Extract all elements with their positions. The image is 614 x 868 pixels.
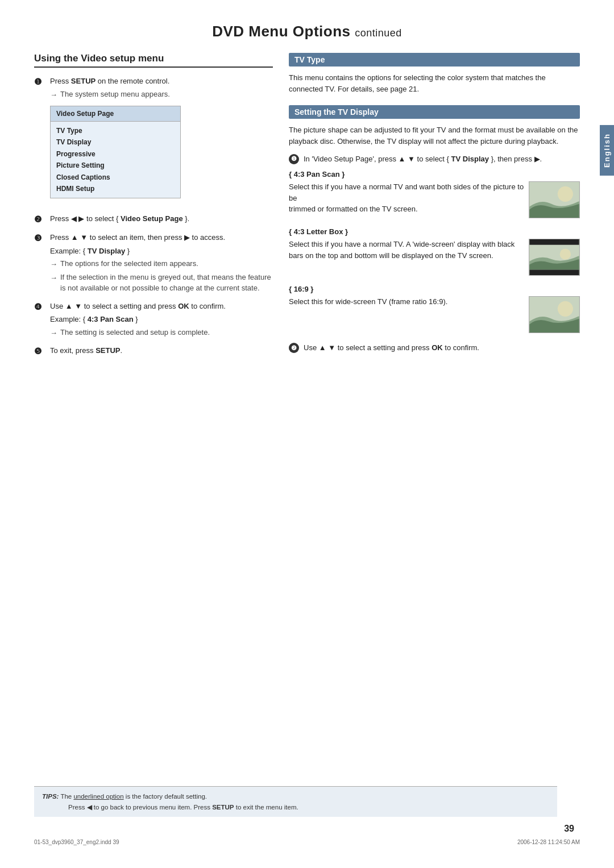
img-16-9: [529, 296, 580, 333]
option-16-9-text: Select this for wide-screen TV (frame ra…: [289, 296, 524, 308]
title-main: DVD Menu Options: [212, 23, 350, 40]
setting-tv-display-heading: Setting the TV Display: [289, 105, 580, 119]
option-pan-scan-text: Select this if you have a normal TV and …: [289, 181, 524, 215]
left-section-heading: Using the Video setup menu: [34, 53, 273, 68]
step-4-content: Use ▲ ▼ to select a setting and press OK…: [50, 301, 273, 339]
step-1-text: Press SETUP on the remote control.: [50, 76, 273, 87]
svg-point-5: [560, 249, 571, 260]
step-3-content: Press ▲ ▼ to select an item, then press …: [50, 232, 273, 294]
option-letter-box-label: { 4:3 Letter Box }: [289, 227, 580, 236]
tips-label: TIPS:: [42, 793, 59, 800]
step-1-num: ❶: [34, 76, 45, 88]
svg-point-1: [558, 186, 573, 202]
svg-rect-3: [529, 239, 579, 245]
setting-tv-display-intro: The picture shape can be adjusted to fit…: [289, 124, 580, 147]
tv-type-heading: TV Type: [289, 53, 580, 67]
option-16-9-content: Select this for wide-screen TV (frame ra…: [289, 296, 580, 333]
table-item-3: Progressive: [56, 148, 175, 160]
right-steps-list-2: ❷ Use ▲ ▼ to select a setting and press …: [289, 342, 580, 354]
option-16-9-label: { 16:9 }: [289, 285, 580, 293]
option-letter-box-content: Select this if you have a normal TV. A '…: [289, 239, 580, 276]
option-letter-box: { 4:3 Letter Box } Select this if you ha…: [289, 227, 580, 276]
step-2-num: ❷: [34, 213, 45, 225]
file-right: 2006-12-28 11:24:50 AM: [517, 839, 580, 845]
step-2: ❷ Press ◀ ▶ to select { Video Setup Page…: [34, 213, 273, 225]
option-pan-scan-label: { 4:3 Pan Scan }: [289, 170, 580, 178]
step-1-arrow: → The system setup menu appears.: [50, 89, 273, 101]
step-4: ❹ Use ▲ ▼ to select a setting and press …: [34, 301, 273, 339]
title-continued: continued: [355, 27, 402, 39]
step-4-num: ❹: [34, 301, 45, 313]
page-number: 39: [564, 824, 574, 834]
step-2-content: Press ◀ ▶ to select { Video Setup Page }…: [50, 213, 273, 225]
option-16-9: { 16:9 } Select this for wide-screen TV …: [289, 285, 580, 333]
table-item-1: TV Type: [56, 125, 175, 136]
option-pan-scan-content: Select this if you have a normal TV and …: [289, 181, 580, 218]
right-step-1-text: In 'Video Setup Page', press ▲ ▼ to sele…: [304, 153, 542, 165]
main-content: Using the Video setup menu ❶ Press SETUP…: [34, 53, 580, 364]
step-1: ❶ Press SETUP on the remote control. → T…: [34, 76, 273, 206]
table-item-4: Picture Setting: [56, 160, 175, 171]
tips-line1: The underlined option is the factory def…: [60, 793, 207, 800]
step-4-text: Use ▲ ▼ to select a setting and press OK…: [50, 301, 273, 312]
table-header: Video Setup Page: [51, 106, 180, 122]
table-body: TV Type TV Display Progressive Picture S…: [51, 122, 180, 198]
step-4-arrow: → The setting is selected and setup is c…: [50, 327, 273, 339]
option-letter-box-text: Select this if you have a normal TV. A '…: [289, 239, 524, 261]
english-tab: English: [600, 125, 614, 176]
steps-list: ❶ Press SETUP on the remote control. → T…: [34, 76, 273, 357]
step-3-arrow-1-text: The options for the selected item appear…: [60, 258, 198, 269]
step-5: ❺ To exit, press SETUP.: [34, 345, 273, 357]
right-column: TV Type This menu contains the options f…: [289, 53, 580, 359]
file-left: 01-53_dvp3960_37_eng2.indd 39: [34, 839, 119, 845]
step-4-arrow-text: The setting is selected and setup is com…: [60, 327, 210, 338]
letter-box-image: [529, 239, 580, 276]
page-wrapper: English DVD Menu Options continued Using…: [0, 0, 614, 868]
svg-rect-4: [529, 269, 579, 275]
page-title: DVD Menu Options continued: [34, 23, 580, 40]
step-3-example: Example: { TV Display }: [50, 246, 273, 257]
option-pan-scan: { 4:3 Pan Scan } Select this if you have…: [289, 170, 580, 218]
table-item-2: TV Display: [56, 136, 175, 148]
step-1-content: Press SETUP on the remote control. → The…: [50, 76, 273, 206]
step-2-text: Press ◀ ▶ to select { Video Setup Page }…: [50, 214, 189, 223]
step-3-text: Press ▲ ▼ to select an item, then press …: [50, 232, 273, 243]
table-item-5: Closed Captions: [56, 172, 175, 183]
table-item-6: HDMI Setup: [56, 183, 175, 194]
right-step-2: ❷ Use ▲ ▼ to select a setting and press …: [289, 342, 580, 354]
step-3-arrow-2: → If the selection in the menu is greyed…: [50, 272, 273, 294]
right-steps-list: ❶ In 'Video Setup Page', press ▲ ▼ to se…: [289, 153, 580, 165]
right-step-2-text: Use ▲ ▼ to select a setting and press OK…: [304, 342, 479, 354]
right-step-1-num: ❶: [289, 154, 299, 164]
pan-scan-image: [529, 181, 580, 218]
step-3-num: ❸: [34, 232, 45, 244]
footer-file: 01-53_dvp3960_37_eng2.indd 39 2006-12-28…: [34, 839, 580, 845]
video-setup-table: Video Setup Page TV Type TV Display Prog…: [50, 106, 181, 198]
svg-point-7: [558, 301, 573, 317]
left-column: Using the Video setup menu ❶ Press SETUP…: [34, 53, 273, 364]
step-3: ❸ Press ▲ ▼ to select an item, then pres…: [34, 232, 273, 294]
step-4-example: Example: { 4:3 Pan Scan }: [50, 314, 273, 325]
step-5-content: To exit, press SETUP.: [50, 345, 273, 356]
right-step-1: ❶ In 'Video Setup Page', press ▲ ▼ to se…: [289, 153, 580, 165]
step-3-arrow-1: → The options for the selected item appe…: [50, 258, 273, 270]
tv-type-text: This menu contains the options for selec…: [289, 72, 580, 95]
footer-tips: TIPS: The underlined option is the facto…: [34, 786, 557, 817]
step-3-arrow-2-text: If the selection in the menu is greyed o…: [60, 272, 273, 294]
right-step-2-num: ❷: [289, 343, 299, 353]
tips-line2-indent: Press ◀ to go back to previous menu item…: [68, 804, 298, 811]
step-5-text: To exit, press SETUP.: [50, 346, 122, 355]
step-1-arrow-text: The system setup menu appears.: [60, 89, 170, 100]
step-5-num: ❺: [34, 345, 45, 357]
